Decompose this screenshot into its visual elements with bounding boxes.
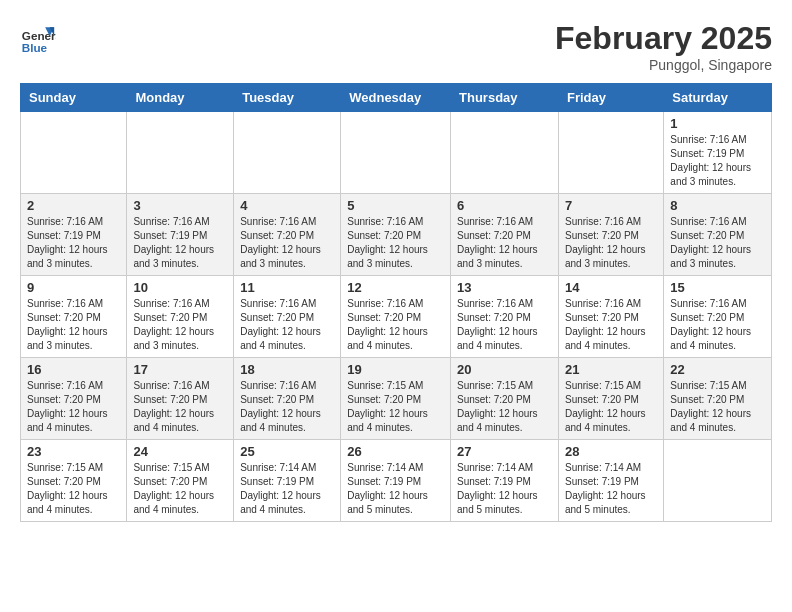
day-number: 3 <box>133 198 227 213</box>
calendar-cell: 12Sunrise: 7:16 AM Sunset: 7:20 PM Dayli… <box>341 276 451 358</box>
calendar-cell: 6Sunrise: 7:16 AM Sunset: 7:20 PM Daylig… <box>451 194 559 276</box>
day-number: 20 <box>457 362 552 377</box>
logo: General Blue <box>20 20 56 56</box>
calendar-cell: 23Sunrise: 7:15 AM Sunset: 7:20 PM Dayli… <box>21 440 127 522</box>
day-number: 28 <box>565 444 657 459</box>
calendar-cell: 28Sunrise: 7:14 AM Sunset: 7:19 PM Dayli… <box>558 440 663 522</box>
day-info: Sunrise: 7:16 AM Sunset: 7:20 PM Dayligh… <box>133 379 227 435</box>
day-number: 23 <box>27 444 120 459</box>
day-number: 15 <box>670 280 765 295</box>
day-info: Sunrise: 7:16 AM Sunset: 7:20 PM Dayligh… <box>670 297 765 353</box>
day-info: Sunrise: 7:16 AM Sunset: 7:20 PM Dayligh… <box>565 297 657 353</box>
month-title: February 2025 <box>555 20 772 57</box>
day-number: 9 <box>27 280 120 295</box>
day-number: 16 <box>27 362 120 377</box>
calendar-cell: 20Sunrise: 7:15 AM Sunset: 7:20 PM Dayli… <box>451 358 559 440</box>
day-info: Sunrise: 7:16 AM Sunset: 7:20 PM Dayligh… <box>133 297 227 353</box>
calendar-cell: 18Sunrise: 7:16 AM Sunset: 7:20 PM Dayli… <box>234 358 341 440</box>
day-info: Sunrise: 7:16 AM Sunset: 7:20 PM Dayligh… <box>240 297 334 353</box>
logo-icon: General Blue <box>20 20 56 56</box>
day-info: Sunrise: 7:15 AM Sunset: 7:20 PM Dayligh… <box>457 379 552 435</box>
day-header-friday: Friday <box>558 84 663 112</box>
day-info: Sunrise: 7:16 AM Sunset: 7:20 PM Dayligh… <box>457 297 552 353</box>
calendar-cell <box>21 112 127 194</box>
day-header-sunday: Sunday <box>21 84 127 112</box>
calendar-cell: 3Sunrise: 7:16 AM Sunset: 7:19 PM Daylig… <box>127 194 234 276</box>
day-number: 10 <box>133 280 227 295</box>
calendar-week-3: 9Sunrise: 7:16 AM Sunset: 7:20 PM Daylig… <box>21 276 772 358</box>
calendar-week-5: 23Sunrise: 7:15 AM Sunset: 7:20 PM Dayli… <box>21 440 772 522</box>
day-info: Sunrise: 7:14 AM Sunset: 7:19 PM Dayligh… <box>240 461 334 517</box>
day-number: 2 <box>27 198 120 213</box>
day-number: 8 <box>670 198 765 213</box>
location: Punggol, Singapore <box>555 57 772 73</box>
day-info: Sunrise: 7:15 AM Sunset: 7:20 PM Dayligh… <box>670 379 765 435</box>
calendar-cell: 7Sunrise: 7:16 AM Sunset: 7:20 PM Daylig… <box>558 194 663 276</box>
calendar-cell <box>127 112 234 194</box>
calendar-cell: 4Sunrise: 7:16 AM Sunset: 7:20 PM Daylig… <box>234 194 341 276</box>
day-number: 11 <box>240 280 334 295</box>
calendar-header-row: SundayMondayTuesdayWednesdayThursdayFrid… <box>21 84 772 112</box>
day-info: Sunrise: 7:15 AM Sunset: 7:20 PM Dayligh… <box>133 461 227 517</box>
day-number: 26 <box>347 444 444 459</box>
calendar-cell: 9Sunrise: 7:16 AM Sunset: 7:20 PM Daylig… <box>21 276 127 358</box>
day-info: Sunrise: 7:16 AM Sunset: 7:20 PM Dayligh… <box>457 215 552 271</box>
day-info: Sunrise: 7:16 AM Sunset: 7:20 PM Dayligh… <box>27 379 120 435</box>
day-number: 22 <box>670 362 765 377</box>
calendar-cell: 2Sunrise: 7:16 AM Sunset: 7:19 PM Daylig… <box>21 194 127 276</box>
day-info: Sunrise: 7:15 AM Sunset: 7:20 PM Dayligh… <box>347 379 444 435</box>
calendar-cell: 14Sunrise: 7:16 AM Sunset: 7:20 PM Dayli… <box>558 276 663 358</box>
calendar-cell <box>341 112 451 194</box>
calendar-cell: 1Sunrise: 7:16 AM Sunset: 7:19 PM Daylig… <box>664 112 772 194</box>
day-header-monday: Monday <box>127 84 234 112</box>
day-info: Sunrise: 7:16 AM Sunset: 7:20 PM Dayligh… <box>27 297 120 353</box>
calendar-cell: 25Sunrise: 7:14 AM Sunset: 7:19 PM Dayli… <box>234 440 341 522</box>
calendar-cell: 16Sunrise: 7:16 AM Sunset: 7:20 PM Dayli… <box>21 358 127 440</box>
day-info: Sunrise: 7:16 AM Sunset: 7:20 PM Dayligh… <box>347 297 444 353</box>
day-info: Sunrise: 7:14 AM Sunset: 7:19 PM Dayligh… <box>565 461 657 517</box>
calendar-cell: 10Sunrise: 7:16 AM Sunset: 7:20 PM Dayli… <box>127 276 234 358</box>
calendar-cell: 15Sunrise: 7:16 AM Sunset: 7:20 PM Dayli… <box>664 276 772 358</box>
page-header: General Blue February 2025 Punggol, Sing… <box>20 20 772 73</box>
day-info: Sunrise: 7:15 AM Sunset: 7:20 PM Dayligh… <box>565 379 657 435</box>
day-info: Sunrise: 7:16 AM Sunset: 7:19 PM Dayligh… <box>670 133 765 189</box>
day-number: 27 <box>457 444 552 459</box>
day-info: Sunrise: 7:16 AM Sunset: 7:19 PM Dayligh… <box>27 215 120 271</box>
day-header-tuesday: Tuesday <box>234 84 341 112</box>
day-info: Sunrise: 7:16 AM Sunset: 7:20 PM Dayligh… <box>240 215 334 271</box>
day-info: Sunrise: 7:16 AM Sunset: 7:20 PM Dayligh… <box>240 379 334 435</box>
calendar-cell: 5Sunrise: 7:16 AM Sunset: 7:20 PM Daylig… <box>341 194 451 276</box>
day-number: 17 <box>133 362 227 377</box>
calendar-cell <box>234 112 341 194</box>
calendar-cell: 8Sunrise: 7:16 AM Sunset: 7:20 PM Daylig… <box>664 194 772 276</box>
day-number: 4 <box>240 198 334 213</box>
calendar-cell <box>451 112 559 194</box>
day-number: 13 <box>457 280 552 295</box>
calendar-table: SundayMondayTuesdayWednesdayThursdayFrid… <box>20 83 772 522</box>
day-info: Sunrise: 7:14 AM Sunset: 7:19 PM Dayligh… <box>457 461 552 517</box>
calendar-cell: 26Sunrise: 7:14 AM Sunset: 7:19 PM Dayli… <box>341 440 451 522</box>
day-info: Sunrise: 7:16 AM Sunset: 7:20 PM Dayligh… <box>670 215 765 271</box>
day-info: Sunrise: 7:16 AM Sunset: 7:19 PM Dayligh… <box>133 215 227 271</box>
day-info: Sunrise: 7:14 AM Sunset: 7:19 PM Dayligh… <box>347 461 444 517</box>
day-header-wednesday: Wednesday <box>341 84 451 112</box>
calendar-cell: 13Sunrise: 7:16 AM Sunset: 7:20 PM Dayli… <box>451 276 559 358</box>
day-info: Sunrise: 7:16 AM Sunset: 7:20 PM Dayligh… <box>347 215 444 271</box>
calendar-week-1: 1Sunrise: 7:16 AM Sunset: 7:19 PM Daylig… <box>21 112 772 194</box>
day-number: 24 <box>133 444 227 459</box>
day-info: Sunrise: 7:16 AM Sunset: 7:20 PM Dayligh… <box>565 215 657 271</box>
day-number: 14 <box>565 280 657 295</box>
calendar-cell: 17Sunrise: 7:16 AM Sunset: 7:20 PM Dayli… <box>127 358 234 440</box>
day-number: 21 <box>565 362 657 377</box>
day-header-saturday: Saturday <box>664 84 772 112</box>
day-number: 5 <box>347 198 444 213</box>
day-number: 12 <box>347 280 444 295</box>
calendar-cell <box>664 440 772 522</box>
calendar-cell: 24Sunrise: 7:15 AM Sunset: 7:20 PM Dayli… <box>127 440 234 522</box>
day-number: 18 <box>240 362 334 377</box>
calendar-cell <box>558 112 663 194</box>
day-number: 1 <box>670 116 765 131</box>
calendar-cell: 21Sunrise: 7:15 AM Sunset: 7:20 PM Dayli… <box>558 358 663 440</box>
svg-text:Blue: Blue <box>22 41 48 54</box>
day-number: 7 <box>565 198 657 213</box>
